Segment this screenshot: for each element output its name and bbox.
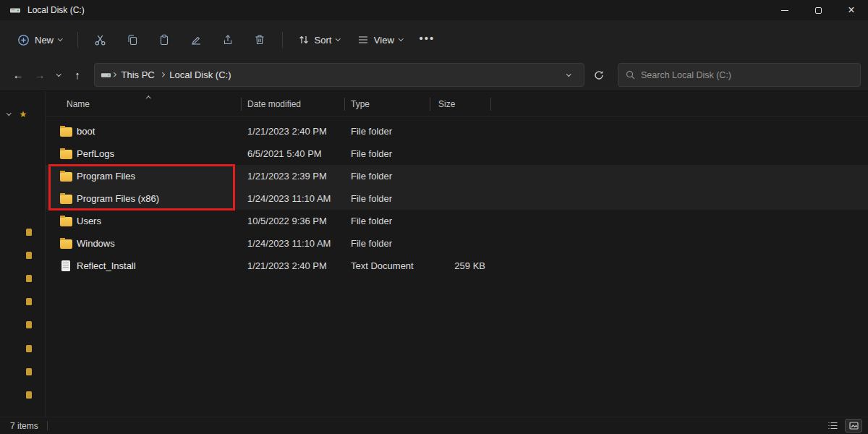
tree-item-icon[interactable] (26, 391, 32, 399)
file-date-modified: 1/24/2023 11:10 AM (242, 193, 345, 204)
file-type: File folder (345, 193, 430, 204)
recent-locations-button[interactable] (51, 64, 67, 87)
chevron-right-icon (111, 72, 116, 77)
file-row[interactable]: PerfLogs 6/5/2021 5:40 PM File folder (46, 142, 868, 165)
cut-button[interactable] (86, 27, 115, 52)
folder-icon (60, 239, 72, 249)
view-button[interactable]: View (350, 27, 409, 52)
ellipsis-icon: ••• (419, 32, 435, 48)
file-type: File folder (345, 171, 430, 182)
tree-item-icon[interactable] (26, 321, 32, 328)
minimize-button[interactable] (768, 0, 801, 20)
search-icon (626, 70, 635, 80)
delete-button[interactable] (245, 27, 274, 52)
window-controls: × (768, 0, 868, 20)
tree-item-icon[interactable] (26, 275, 32, 282)
folder-icon (60, 127, 72, 137)
file-name: Reflect_Install (77, 260, 136, 271)
column-header-size[interactable]: Size (430, 91, 491, 116)
drive-icon (9, 4, 21, 16)
navigation-bar: ← → ↑ This PC Local Disk (C:) (0, 59, 868, 91)
file-date-modified: 1/24/2023 11:10 AM (242, 238, 345, 249)
file-date-modified: 6/5/2021 5:40 PM (242, 148, 345, 159)
quick-access-star-icon[interactable]: ★ (20, 110, 27, 119)
forward-button[interactable]: → (29, 64, 51, 87)
file-name: Program Files (77, 171, 135, 182)
chevron-down-icon (566, 72, 571, 76)
search-box[interactable] (618, 63, 861, 87)
file-name: Program Files (x86) (77, 193, 159, 204)
folder-icon (60, 217, 72, 226)
file-date-modified: 10/5/2022 9:36 PM (242, 216, 345, 226)
document-icon (61, 260, 70, 271)
address-dropdown-button[interactable] (559, 75, 578, 76)
tree-item-icon[interactable] (26, 345, 32, 352)
minimize-icon (781, 10, 788, 11)
file-row[interactable]: Program Files (x86) 1/24/2023 11:10 AM F… (46, 187, 868, 210)
search-input[interactable] (641, 70, 853, 80)
file-list-panel: Name Date modified Type Size boot 1/21/2… (45, 91, 868, 417)
toolbar-divider (77, 32, 78, 48)
chevron-down-icon (56, 72, 61, 76)
file-row[interactable]: boot 1/21/2023 2:40 PM File folder (46, 120, 868, 142)
file-size: 259 KB (430, 260, 491, 271)
see-more-button[interactable]: ••• (412, 27, 441, 52)
paste-button[interactable] (150, 27, 179, 52)
address-bar[interactable]: This PC Local Disk (C:) (94, 63, 584, 87)
column-header-type[interactable]: Type (345, 91, 430, 116)
large-icons-view-icon (849, 422, 859, 430)
breadcrumb-local-disk[interactable]: Local Disk (C:) (164, 67, 236, 83)
file-name: Users (77, 216, 101, 226)
sort-icon (298, 34, 310, 46)
folder-icon (60, 150, 72, 159)
file-row[interactable]: Program Files 1/21/2023 2:39 PM File fol… (46, 165, 868, 187)
copy-button[interactable] (118, 27, 147, 52)
share-icon (222, 34, 234, 46)
column-header-name[interactable]: Name (46, 91, 242, 116)
file-date-modified: 1/21/2023 2:40 PM (242, 260, 345, 271)
rename-button[interactable] (182, 27, 210, 52)
folder-icon (60, 172, 72, 182)
sort-button[interactable]: Sort (291, 27, 347, 52)
rename-icon (190, 34, 202, 46)
copy-icon (127, 34, 138, 46)
close-button[interactable]: × (835, 0, 868, 20)
file-name: boot (77, 126, 95, 137)
status-divider (47, 421, 48, 430)
file-date-modified: 1/21/2023 2:39 PM (242, 171, 345, 182)
tree-item-icon[interactable] (26, 229, 32, 236)
tree-expand-chevron-icon[interactable] (7, 111, 11, 115)
tree-item-icon[interactable] (26, 368, 32, 375)
file-name: PerfLogs (77, 148, 114, 159)
large-icons-view-toggle[interactable] (845, 419, 862, 433)
back-button[interactable]: ← (7, 64, 29, 87)
new-button[interactable]: New (10, 27, 69, 52)
up-button[interactable]: ↑ (67, 64, 88, 87)
cut-icon (94, 34, 106, 46)
location-drive-icon (101, 69, 111, 80)
refresh-button[interactable] (587, 64, 610, 87)
plus-circle-icon (17, 34, 30, 46)
view-icon (357, 34, 369, 46)
share-button[interactable] (213, 27, 242, 52)
file-type: File folder (345, 216, 430, 226)
file-row[interactable]: Windows 1/24/2023 11:10 AM File folder (46, 232, 868, 255)
chevron-down-icon (336, 36, 340, 41)
tree-item-icon[interactable] (26, 252, 32, 259)
chevron-down-icon (58, 36, 62, 41)
column-header-date-modified[interactable]: Date modified (242, 91, 345, 116)
tree-item-icon[interactable] (26, 298, 32, 305)
details-view-toggle[interactable] (824, 419, 841, 433)
toolbar-divider (282, 32, 283, 48)
status-bar: 7 items (0, 417, 868, 434)
column-header-row: Name Date modified Type Size (46, 91, 868, 117)
file-row[interactable]: Users 10/5/2022 9:36 PM File folder (46, 210, 868, 232)
paste-icon (158, 34, 170, 46)
sort-button-label: Sort (315, 35, 332, 46)
breadcrumb-this-pc[interactable]: This PC (116, 67, 160, 83)
folder-icon (60, 195, 72, 204)
file-list: boot 1/21/2023 2:40 PM File folder PerfL… (46, 117, 868, 277)
maximize-button[interactable] (801, 0, 835, 20)
file-row[interactable]: Reflect_Install 1/21/2023 2:40 PM Text D… (46, 255, 868, 277)
item-count: 7 items (10, 421, 38, 431)
